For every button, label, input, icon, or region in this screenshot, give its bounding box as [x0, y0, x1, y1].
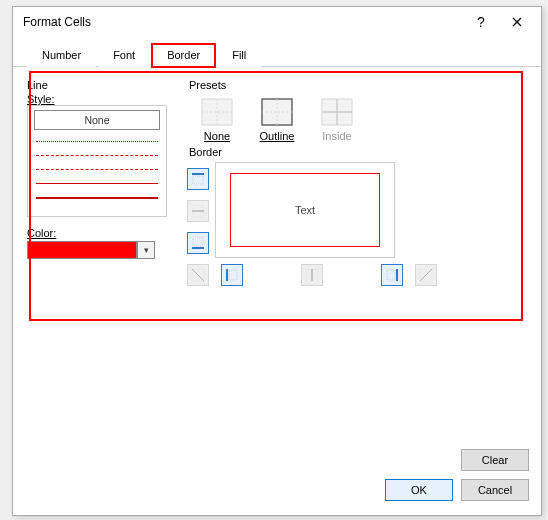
preset-inside: Inside [315, 97, 359, 142]
dialog-buttons: OK Cancel [13, 471, 541, 515]
presets-title: Presets [189, 79, 531, 91]
ok-button[interactable]: OK [385, 479, 453, 501]
svg-rect-18 [229, 270, 237, 280]
border-diag-down-button[interactable] [187, 264, 209, 286]
tab-strip: Number Font Border Fill [13, 37, 541, 67]
tab-font[interactable]: Font [98, 44, 150, 67]
preset-outline-icon [260, 97, 294, 127]
preset-none[interactable]: None [195, 97, 239, 142]
color-dropdown-button[interactable]: ▾ [137, 241, 155, 259]
border-bottom-buttons [185, 264, 531, 286]
border-preview-text: Text [295, 204, 315, 216]
border-bottom-button[interactable] [187, 232, 209, 254]
svg-rect-10 [193, 176, 203, 184]
cancel-button[interactable]: Cancel [461, 479, 529, 501]
style-label: Style: [27, 93, 173, 105]
line-group: Line Style: None Color: ▾ [23, 75, 173, 286]
close-button[interactable] [499, 10, 535, 34]
tab-border[interactable]: Border [152, 44, 215, 67]
presets-row: None Outline Inside [195, 97, 531, 142]
line-style-none[interactable]: None [34, 110, 160, 130]
border-side-buttons [187, 168, 209, 254]
border-right-button[interactable] [381, 264, 403, 286]
line-style-thick[interactable] [36, 191, 158, 203]
help-button[interactable]: ? [463, 10, 499, 34]
line-style-list[interactable]: None [27, 105, 167, 217]
border-diag-up-button[interactable] [415, 264, 437, 286]
line-group-title: Line [27, 79, 173, 91]
preset-none-icon [200, 97, 234, 127]
clear-button[interactable]: Clear [461, 449, 529, 471]
line-style-solid[interactable] [36, 177, 158, 189]
dialog-body: Line Style: None Color: ▾ [13, 67, 541, 296]
preset-outline-label: Outline [260, 130, 295, 142]
line-style-dotted[interactable] [36, 135, 158, 147]
tab-fill[interactable]: Fill [217, 44, 261, 67]
border-preview: Text [215, 162, 395, 258]
chevron-down-icon: ▾ [144, 245, 149, 255]
svg-line-24 [420, 269, 432, 281]
format-cells-dialog: Format Cells ? Number Font Border Fill L… [12, 6, 542, 516]
border-vmid-button[interactable] [301, 264, 323, 286]
svg-rect-13 [193, 238, 203, 246]
line-style-dashdot[interactable] [36, 163, 158, 175]
preset-inside-label: Inside [322, 130, 351, 142]
color-label: Color: [27, 227, 173, 239]
dialog-title: Format Cells [23, 15, 463, 29]
preset-inside-icon [320, 97, 354, 127]
preset-none-label: None [204, 130, 230, 142]
preset-outline[interactable]: Outline [255, 97, 299, 142]
color-swatch[interactable] [27, 241, 137, 259]
svg-line-16 [192, 269, 204, 281]
border-hmid-button[interactable] [187, 200, 209, 222]
border-left-button[interactable] [221, 264, 243, 286]
line-style-dashed[interactable] [36, 149, 158, 161]
border-title: Border [189, 146, 531, 158]
titlebar: Format Cells ? [13, 7, 541, 37]
border-top-button[interactable] [187, 168, 209, 190]
svg-rect-21 [387, 270, 395, 280]
tab-number[interactable]: Number [27, 44, 96, 67]
